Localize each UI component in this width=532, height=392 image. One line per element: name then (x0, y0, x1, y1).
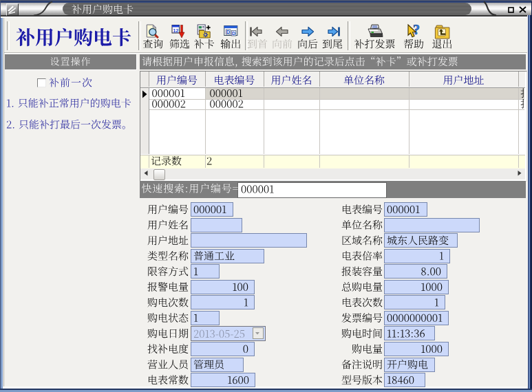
svg-text:D: D (226, 30, 230, 34)
svg-text:12: 12 (173, 28, 178, 34)
svg-text:D: D (232, 31, 235, 36)
